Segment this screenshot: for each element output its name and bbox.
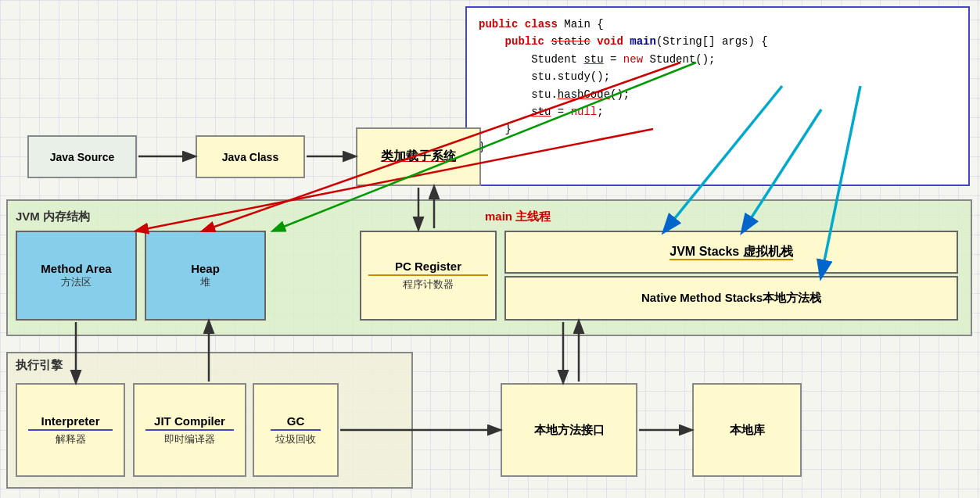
jit-subtitle: 即时编译器 — [164, 432, 215, 446]
pc-register-box: PC Register 程序计数器 — [360, 231, 497, 321]
java-source-box: Java Source — [27, 135, 137, 178]
code-line-1: public class Main { — [479, 16, 957, 33]
jit-title: JIT Compiler — [154, 414, 225, 428]
jvm-stacks-title: JVM Stacks 虚拟机栈 — [669, 244, 792, 260]
method-area-box: Method Area 方法区 — [16, 231, 137, 321]
jvm-stacks-box: JVM Stacks 虚拟机栈 — [504, 231, 958, 274]
code-line-4: stu.study(); — [479, 68, 957, 85]
java-class-box: Java Class — [196, 135, 305, 178]
code-line-6: stu = null; — [479, 103, 957, 120]
native-interface-box: 本地方法接口 — [501, 383, 637, 477]
heap-title: Heap — [191, 262, 220, 275]
main-thread-label: main 主线程 — [485, 210, 551, 224]
native-lib-box: 本地库 — [692, 383, 802, 477]
heap-box: Heap 堆 — [145, 231, 266, 321]
interpreter-title: Interpreter — [41, 414, 99, 428]
jvm-memory-label: JVM 内存结构 — [16, 210, 90, 224]
interpreter-subtitle: 解释器 — [56, 432, 86, 446]
code-line-7: } — [479, 120, 957, 138]
pc-register-title: PC Register — [395, 260, 461, 273]
code-line-3: Student stu = new Student(); — [479, 51, 957, 68]
native-lib-title: 本地库 — [730, 423, 765, 438]
native-stacks-box: Native Method Stacks本地方法栈 — [504, 276, 958, 321]
method-area-title: Method Area — [41, 262, 111, 275]
jvm-stacks-title-text: JVM Stacks 虚拟机栈 — [669, 245, 792, 260]
code-line-5: stu.hashCode(); — [479, 86, 957, 103]
jit-box: JIT Compiler 即时编译器 — [133, 383, 246, 477]
gc-title: GC — [287, 414, 305, 428]
method-area-subtitle: 方法区 — [61, 275, 92, 289]
java-class-label: Java Class — [222, 151, 278, 163]
interpreter-box: Interpreter 解释器 — [16, 383, 125, 477]
code-box: public class Main { public static void m… — [465, 6, 970, 186]
class-loader-box: 类加载子系统 — [356, 127, 481, 186]
java-source-label: Java Source — [50, 151, 115, 163]
diagram: public class Main { public static void m… — [0, 0, 980, 498]
code-line-8: } — [479, 138, 957, 156]
pc-register-subtitle: 程序计数器 — [403, 278, 454, 292]
native-stacks-title: Native Method Stacks本地方法栈 — [641, 291, 821, 306]
code-line-2: public static void main(String[] args) { — [479, 33, 957, 50]
heap-subtitle: 堆 — [200, 275, 210, 289]
exec-engine-label: 执行引擎 — [16, 358, 63, 373]
gc-box: GC 垃圾回收 — [253, 383, 339, 477]
gc-subtitle: 垃圾回收 — [275, 432, 316, 446]
class-loader-label: 类加载子系统 — [381, 149, 456, 165]
native-interface-title: 本地方法接口 — [534, 423, 605, 438]
